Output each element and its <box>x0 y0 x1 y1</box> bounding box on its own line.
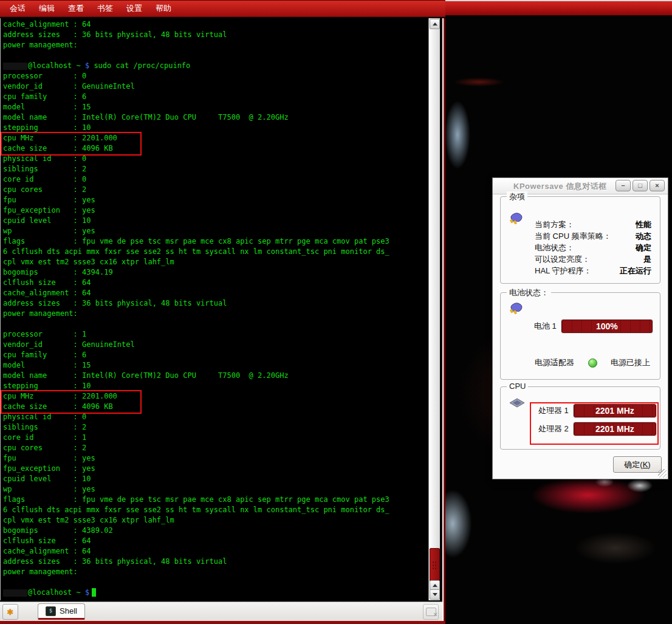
menu-item[interactable]: 会话 <box>5 1 30 16</box>
terminal-line: cpl vmx est tm2 ssse3 cx16 xtpr lahf_lm <box>3 515 428 526</box>
redacted-username <box>3 63 27 70</box>
terminal-cursor <box>92 588 96 597</box>
terminal-line: processor : 0 <box>3 71 428 81</box>
terminal-line: 6 clflush dts acpi mmx fxsr sse sse2 ss … <box>3 505 428 515</box>
battery-progressbar: 100% <box>561 320 653 333</box>
terminal-line: cpu cores : 2 <box>3 185 428 195</box>
terminal-line: model : 15 <box>3 102 428 112</box>
info-value: 正在运行 <box>620 266 651 276</box>
adapter-label: 电源适配器 <box>535 357 574 368</box>
maximize-button[interactable]: □ <box>633 180 648 191</box>
menu-item[interactable]: 查看 <box>63 1 89 16</box>
terminal-line: address sizes : 36 bits physical, 48 bit… <box>3 298 428 309</box>
annotation-box-cpu1 <box>1 390 142 414</box>
window-buttons: – □ × <box>615 180 665 191</box>
battery-group: 电池状态： 电池 1 100% 电源适配器 电源已接上 <box>500 292 660 380</box>
info-value: 性能 <box>636 219 651 230</box>
battery-label: 电池 1 <box>534 321 557 332</box>
info-row: 电池状态：确定 <box>501 242 660 253</box>
terminal-line <box>3 50 428 61</box>
terminal-line: address sizes : 36 bits physical, 48 bit… <box>3 30 428 40</box>
adapter-row: 电源适配器 电源已接上 <box>535 357 650 368</box>
menu-item[interactable]: 帮助 <box>151 1 176 16</box>
minimize-button[interactable]: – <box>615 180 631 191</box>
annotation-box-cpu-freq <box>530 402 659 445</box>
ok-button[interactable]: 确定(K) <box>613 456 662 473</box>
terminal-line: flags : fpu vme de pse tsc msr pae mce c… <box>3 495 428 505</box>
info-row: 可以设定亮度：是 <box>501 253 660 265</box>
terminal-line: fpu_exception : yes <box>3 205 428 216</box>
info-label: 可以设定亮度： <box>535 254 643 265</box>
info-label: 电池状态： <box>535 242 636 253</box>
terminal-line: power management: <box>3 40 428 50</box>
session-action-button[interactable]: × <box>423 604 439 620</box>
resize-grip-icon[interactable] <box>658 469 667 478</box>
dialog-title: KPowersave 信息对话框 <box>513 181 607 192</box>
terminal-line: wp : yes <box>3 226 428 236</box>
screen: 会话编辑查看书签设置帮助 cache_alignment : 64address… <box>0 0 672 624</box>
scroll-up-icon[interactable] <box>430 19 440 29</box>
terminal-line: vendor_id : GenuineIntel <box>3 340 428 350</box>
terminal-line: 6 clflush dts acpi mmx fxsr sse sse2 ss … <box>3 247 428 257</box>
info-label: 当前方案： <box>535 219 636 230</box>
terminal-line: clflush size : 64 <box>3 278 428 288</box>
adapter-status: 电源已接上 <box>611 357 650 368</box>
info-value: 确定 <box>636 242 651 253</box>
terminal-line: flags : fpu vme de pse tsc msr pae mce c… <box>3 236 428 247</box>
terminal-line: wp : yes <box>3 484 428 495</box>
tab-shell[interactable]: $ Shell <box>38 603 85 620</box>
menu-item[interactable]: 设置 <box>122 1 147 16</box>
scrollbar-thumb[interactable] <box>430 548 440 584</box>
terminal-output[interactable]: cache_alignment : 64address sizes : 36 b… <box>1 19 428 599</box>
info-value: 是 <box>643 254 651 265</box>
info-row: 当前 CPU 频率策略：动态 <box>501 230 660 242</box>
terminal-prompt-line: @localhost ~ $ sudo cat /proc/cpuinfo <box>3 61 428 71</box>
info-value: 动态 <box>636 231 651 242</box>
shell-terminal-icon: $ <box>46 606 56 616</box>
kpowersave-dialog: KPowersave 信息对话框 – □ × 杂项 当前方案：性能当前 CPU … <box>492 177 668 479</box>
terminal-line: cache_alignment : 64 <box>3 288 428 298</box>
window-border-right <box>442 18 445 624</box>
terminal-line: power management: <box>3 567 428 577</box>
konsole-window: 会话编辑查看书签设置帮助 cache_alignment : 64address… <box>0 0 445 624</box>
info-label: HAL 守护程序： <box>535 266 620 276</box>
close-button[interactable]: × <box>650 180 665 191</box>
terminal-line: model : 15 <box>3 360 428 371</box>
battery-group-legend: 电池状态： <box>507 287 551 298</box>
desktop-panel-bar <box>445 0 672 16</box>
new-session-button[interactable]: ✱ <box>2 604 18 620</box>
power-plug-icon <box>509 301 524 317</box>
terminal-line: clflush size : 64 <box>3 536 428 546</box>
annotation-box-cpu0 <box>1 132 142 156</box>
redacted-username <box>3 589 27 597</box>
cpu-group: CPU 处理器 12201 MHz处理器 22201 MHz <box>500 386 660 450</box>
scroll-down-icon[interactable] <box>430 589 440 600</box>
misc-group: 杂项 当前方案：性能当前 CPU 频率策略：动态电池状态：确定可以设定亮度：是H… <box>500 196 660 284</box>
window-border-bottom <box>0 621 445 624</box>
terminal-line: vendor_id : GenuineIntel <box>3 81 428 92</box>
terminal-line: cpuid level : 10 <box>3 474 428 484</box>
cpu-group-legend: CPU <box>507 382 528 391</box>
terminal-line: core id : 1 <box>3 433 428 443</box>
info-label: 当前 CPU 频率策略： <box>535 231 636 242</box>
terminal-line: core id : 0 <box>3 174 428 185</box>
terminal-line: bogomips : 4394.19 <box>3 267 428 278</box>
terminal-line: fpu : yes <box>3 453 428 464</box>
scrollbar[interactable] <box>428 18 440 600</box>
menu-item[interactable]: 书签 <box>92 1 118 16</box>
misc-group-legend: 杂项 <box>507 191 527 202</box>
menu-bar: 会话编辑查看书签设置帮助 <box>0 0 445 17</box>
adapter-led-icon <box>588 358 597 368</box>
terminal-line: model name : Intel(R) Core(TM)2 Duo CPU … <box>3 112 428 123</box>
terminal-line <box>3 577 428 588</box>
terminal-line: address sizes : 36 bits physical, 48 bit… <box>3 557 428 567</box>
tab-bar: ✱ $ Shell × <box>0 602 442 621</box>
terminal-line: fpu : yes <box>3 195 428 205</box>
menu-item[interactable]: 编辑 <box>34 1 60 16</box>
terminal-prompt-line: @localhost ~ $ <box>3 588 428 598</box>
info-row: 当前方案：性能 <box>501 219 660 230</box>
tab-shell-label: Shell <box>60 606 77 615</box>
terminal-line: siblings : 2 <box>3 164 428 174</box>
session-sheet-icon: × <box>426 608 436 616</box>
terminal-line: cpu family : 6 <box>3 92 428 102</box>
